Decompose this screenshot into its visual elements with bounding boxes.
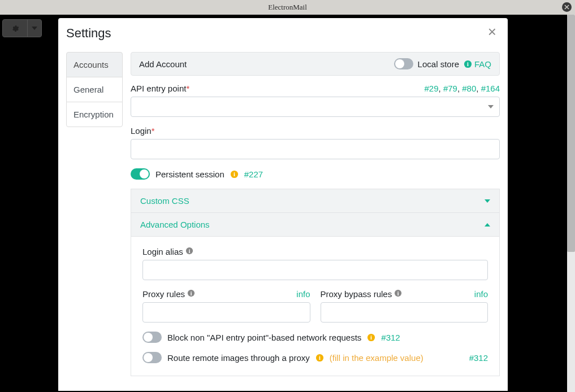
persistent-issue-link[interactable]: #227 [244, 169, 263, 179]
api-entry-issue-links: #29, #79, #80, #164 [425, 84, 500, 93]
advanced-options-accordion-header[interactable]: Advanced Options [131, 213, 500, 237]
proxy-bypass-label: Proxy bypass rules i [321, 289, 403, 299]
svg-text:i: i [397, 290, 399, 297]
issue-link[interactable]: #79 [443, 84, 457, 93]
chevron-down-icon [485, 199, 490, 203]
route-images-issue-link[interactable]: #312 [469, 353, 488, 363]
persistent-session-toggle[interactable] [131, 168, 150, 180]
info-icon: i [367, 333, 375, 342]
block-non-api-toggle[interactable] [142, 332, 162, 343]
info-icon: i [315, 354, 324, 362]
settings-modal: Settings × Accounts General Encryption A… [58, 18, 508, 391]
gear-icon [11, 24, 19, 33]
api-entry-label: API entry point* [131, 84, 189, 93]
proxy-bypass-input[interactable] [321, 302, 488, 323]
vertical-scrollbar[interactable] [567, 15, 575, 392]
route-images-label: Route remote images through a proxy [167, 353, 310, 363]
nav-item-general[interactable]: General [66, 77, 123, 102]
settings-dropdown-trigger[interactable] [28, 20, 41, 37]
proxy-bypass-info-link[interactable]: info [474, 289, 488, 299]
nav-item-encryption[interactable]: Encryption [66, 102, 123, 127]
svg-text:i: i [191, 290, 192, 297]
block-non-api-issue-link[interactable]: #312 [381, 333, 400, 342]
route-images-hint: (fill in the example value) [330, 353, 423, 363]
add-account-header: Add Account Local store i FAQ [131, 52, 500, 76]
advanced-options-body: Login alias i Pro [131, 237, 500, 376]
info-icon: i [230, 170, 239, 178]
settings-split-button[interactable] [2, 19, 42, 37]
info-icon: i [394, 289, 402, 297]
local-store-toggle[interactable] [394, 58, 413, 69]
proxy-rules-label: Proxy rules i [142, 289, 195, 299]
scrollbar-thumb[interactable] [567, 15, 575, 252]
api-entry-select[interactable] [131, 97, 500, 117]
custom-css-accordion-header[interactable]: Custom CSS [131, 189, 500, 213]
issue-link[interactable]: #29 [425, 84, 439, 93]
issue-link[interactable]: #164 [481, 84, 500, 93]
faq-link[interactable]: i FAQ [464, 59, 491, 69]
local-store-label: Local store [418, 59, 459, 69]
svg-text:i: i [189, 248, 191, 254]
info-icon: i [185, 247, 193, 255]
add-account-title: Add Account [139, 59, 187, 69]
window-close-button[interactable] [562, 2, 572, 12]
proxy-rules-input[interactable] [142, 302, 310, 323]
modal-title: Settings [66, 26, 111, 41]
settings-button[interactable] [3, 20, 28, 37]
login-label: Login* [131, 126, 155, 136]
svg-text:i: i [370, 334, 372, 341]
settings-nav: Accounts General Encryption [66, 52, 123, 391]
issue-link[interactable]: #80 [462, 84, 476, 93]
chevron-down-icon [488, 105, 494, 108]
info-icon: i [187, 289, 195, 297]
settings-content: Add Account Local store i FAQ [131, 52, 500, 391]
app-sidebar [0, 15, 58, 392]
window-titlebar: ElectronMail [0, 0, 575, 15]
chevron-down-icon [32, 27, 37, 30]
login-alias-label: Login alias i [142, 247, 193, 256]
proxy-rules-info-link[interactable]: info [296, 289, 310, 299]
persistent-session-label: Persistent session [155, 169, 224, 179]
info-icon: i [464, 60, 472, 68]
chevron-up-icon [485, 223, 490, 227]
svg-text:i: i [234, 171, 235, 177]
route-images-toggle[interactable] [142, 352, 162, 363]
login-input[interactable] [131, 139, 500, 159]
nav-item-accounts[interactable]: Accounts [66, 52, 123, 77]
close-icon [564, 5, 569, 10]
login-alias-input[interactable] [142, 260, 488, 280]
block-non-api-label: Block non "API entry point"-based networ… [167, 333, 361, 342]
svg-text:i: i [467, 61, 469, 67]
window-title: ElectronMail [268, 3, 307, 12]
svg-text:i: i [319, 355, 321, 361]
modal-close-button[interactable]: × [486, 26, 499, 37]
